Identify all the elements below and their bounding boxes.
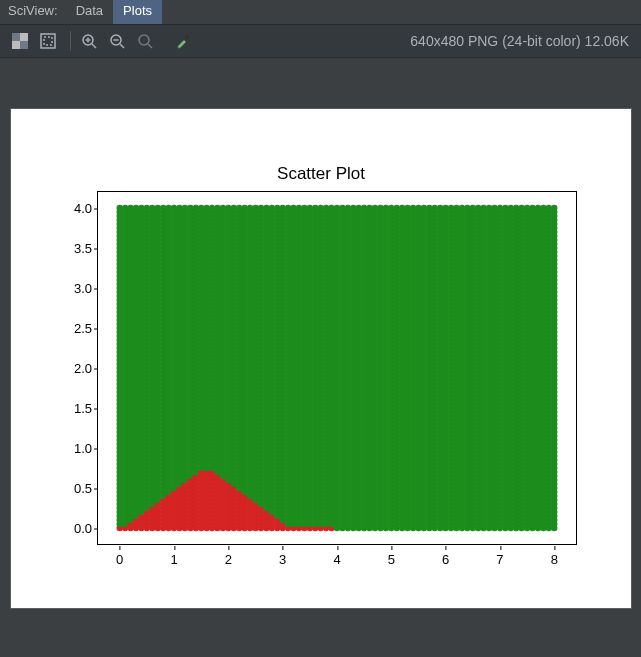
x-tick-label: 0 (116, 552, 123, 567)
panel-tabbar: SciView: Data Plots (0, 0, 641, 25)
y-tick-label: 0.0 (52, 521, 92, 536)
y-tick-label: 4.0 (52, 201, 92, 216)
x-tick-label: 5 (388, 552, 395, 567)
tab-data[interactable]: Data (66, 0, 113, 24)
y-tick-label: 3.5 (52, 241, 92, 256)
chart-canvas (98, 192, 576, 544)
fit-icon[interactable] (36, 29, 60, 53)
y-tick-label: 1.0 (52, 441, 92, 456)
svg-point-12 (139, 35, 149, 45)
x-tick-label: 7 (496, 552, 503, 567)
x-tick-label: 1 (170, 552, 177, 567)
svg-rect-14 (184, 34, 190, 40)
x-tick-label: 8 (551, 552, 558, 567)
toolbar-separator (70, 31, 71, 51)
svg-rect-4 (44, 37, 52, 45)
svg-rect-3 (41, 34, 55, 48)
checker-icon[interactable] (8, 29, 32, 53)
x-tick-label: 4 (333, 552, 340, 567)
svg-rect-1 (12, 33, 20, 41)
y-tick-label: 2.5 (52, 321, 92, 336)
tab-plots[interactable]: Plots (113, 0, 162, 24)
svg-rect-2 (20, 41, 28, 49)
y-tick-label: 0.5 (52, 481, 92, 496)
image-info-text: 640x480 PNG (24-bit color) 12.06K (410, 33, 633, 49)
zoom-in-icon[interactable] (77, 29, 101, 53)
toolbar: 640x480 PNG (24-bit color) 12.06K (0, 25, 641, 58)
x-tick-label: 6 (442, 552, 449, 567)
x-tick-label: 3 (279, 552, 286, 567)
svg-line-13 (148, 44, 152, 48)
eyedropper-icon[interactable] (171, 29, 195, 53)
chart-axes: 0.00.51.01.52.02.53.03.54.0012345678 (97, 191, 577, 545)
y-tick-label: 3.0 (52, 281, 92, 296)
chart-title: Scatter Plot (11, 164, 631, 184)
svg-line-6 (92, 44, 96, 48)
zoom-reset-icon[interactable] (133, 29, 157, 53)
x-tick-label: 2 (225, 552, 232, 567)
svg-line-10 (120, 44, 124, 48)
panel-title: SciView: (0, 0, 66, 24)
zoom-out-icon[interactable] (105, 29, 129, 53)
plot-viewport[interactable]: Scatter Plot 0.00.51.01.52.02.53.03.54.0… (10, 108, 632, 609)
y-tick-label: 2.0 (52, 361, 92, 376)
y-tick-label: 1.5 (52, 401, 92, 416)
